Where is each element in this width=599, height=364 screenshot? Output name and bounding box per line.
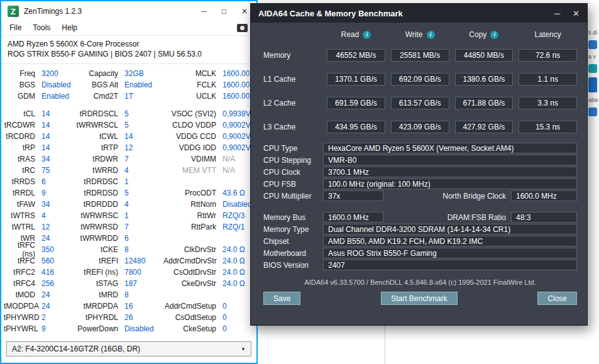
memory-bus-field: 1600.0 MHz [323, 212, 383, 223]
timing-row: RttNom Disabled [163, 199, 256, 210]
info-row: CPU Stepping VMR-B0 [263, 154, 577, 166]
start-benchmark-button[interactable]: Start Benchmark [381, 292, 457, 305]
timing-label: CkeDrvStr [163, 279, 223, 288]
system-info-section: CPU Type HexaCore AMD Ryzen 5 5600X (Ver… [263, 142, 577, 271]
maximize-button[interactable]: □ [222, 7, 226, 16]
benchmark-row-label: L2 Cache [263, 99, 321, 108]
timing-label: RttWr [163, 211, 223, 220]
background-icon-fragment [588, 77, 597, 92]
minimize-button[interactable]: ─ [554, 9, 560, 18]
cpu-name: AMD Ryzen 5 5600X 6-Core Processor [8, 39, 250, 49]
screenshot-icon[interactable] [237, 24, 248, 32]
frequency-grid: Freq 3200 BGS Disabled GDM Enabled [1, 64, 256, 102]
minimize-button[interactable]: ─ [201, 7, 207, 16]
timing-label: tRFC2 [4, 268, 41, 277]
close-button[interactable]: ✕ [573, 9, 580, 18]
timing-row: CsOdtSetup 0 [163, 312, 256, 323]
memory-module-select[interactable]: A2: F4-3200C14-16GTZR (16GB, DR) ▼ [6, 341, 251, 356]
timing-value: 34 [41, 155, 50, 163]
close-button[interactable]: ✕ [241, 7, 248, 16]
zentimings-window: Z ZenTimings 1.2.3 ─ □ ✕ File Tools Help [0, 0, 258, 364]
timing-row: Freq 3200 [4, 68, 74, 79]
timing-value: 9 [41, 324, 46, 333]
timing-label: MEM VTT [163, 166, 223, 175]
background-text-fragment: aba [588, 97, 598, 103]
info-row: Memory Bus 1600.0 MHz DRAM:FSB Ratio 48:… [263, 211, 577, 223]
timing-row: tMRD 8 [74, 289, 163, 301]
timing-value: 43.6 Ω [223, 189, 245, 197]
timing-label: CsOdtSetup [163, 313, 223, 322]
timing-value: 0 [223, 302, 227, 311]
timing-value: 14 [124, 132, 133, 141]
timing-row: tPHYWRD 2 [4, 312, 74, 323]
close-button[interactable]: Close [537, 292, 577, 305]
spacer [263, 202, 577, 211]
timing-value: 8 [124, 245, 129, 254]
info-label: CPU Multiplier [263, 192, 323, 201]
timing-label: UCLK [163, 92, 223, 101]
timing-value: 1 [124, 211, 129, 220]
info-icon[interactable]: i [363, 31, 371, 39]
timing-row: tRP 14 [4, 142, 74, 153]
timing-value: Disabled [223, 200, 252, 209]
timings-column-3: VSOC (SVI2) 0,9938V CLDO VDDP 0,9002V VD… [163, 108, 256, 334]
timing-label: tREFI (ns) [74, 268, 124, 277]
timing-row: tWTRL 12 [4, 221, 74, 233]
timing-row: tRDRDSCL 5 [74, 108, 163, 119]
timing-label: tRFC [4, 256, 41, 265]
background-icon-fragment [588, 40, 597, 49]
zentimings-app-icon: Z [8, 6, 19, 17]
timing-row: AddrCmdDrvStr 24.0 Ω [163, 255, 256, 267]
timing-value: 0,9002V [223, 132, 251, 141]
timing-label: tMODPDA [4, 302, 41, 311]
window-title: ZenTimings 1.2.3 [24, 7, 82, 16]
column-header-label: Write [405, 30, 423, 39]
background-divider [385, 326, 385, 364]
copy-result-field: 671.88 GB/s [455, 97, 514, 109]
timing-label: tWTRS [4, 211, 41, 220]
timing-row: VDDG IOD 0,9002V [163, 142, 256, 153]
north-bridge-clock-field: 1600.0 MHz [511, 190, 577, 201]
info-label: Memory Bus [263, 213, 323, 222]
timing-value: RZQ/3 [223, 211, 245, 220]
capacity-column: Capacity 32GB BGS Alt Enabled Cmd2T 1T [74, 68, 163, 102]
menu-item[interactable]: Tools [27, 22, 56, 33]
read-result-field: 434.95 GB/s [327, 121, 385, 133]
info-label: CPU Clock [263, 168, 323, 177]
bios-version-field: 2407 [323, 260, 577, 270]
timing-value: Enabled [41, 92, 69, 101]
timing-value: 16 [124, 302, 133, 311]
timing-label: tWRRD [74, 166, 124, 175]
info-icon[interactable]: i [427, 31, 435, 39]
timing-label: tRRDL [4, 189, 41, 197]
timing-label: tWRWRSC [74, 211, 124, 220]
timing-label: tRDRDSC [74, 177, 124, 186]
menu-item[interactable]: File [4, 22, 27, 33]
info-label: North Bridge Clock [442, 192, 506, 201]
timing-row: tWRWRSD 7 [74, 221, 163, 233]
info-row: CPU Clock 3700.1 MHz [263, 166, 577, 178]
timing-label: tREFI [74, 256, 124, 265]
info-label: Memory Type [263, 225, 323, 234]
background-text-fragment: ti di [588, 30, 597, 36]
timing-row: VDIMM N/A [163, 153, 256, 165]
timing-value: 24.0 Ω [223, 245, 245, 254]
timing-value: 7 [124, 155, 129, 163]
timing-row: tRRDL 9 [4, 187, 74, 199]
latency-result-field: 3.3 ns [519, 97, 577, 109]
timing-value: 5 [124, 109, 129, 118]
timing-row: tRFC4 256 [4, 278, 74, 289]
benchmark-row-label: L1 Cache [263, 75, 321, 84]
save-button[interactable]: Save [263, 292, 300, 305]
menu-item[interactable]: Help [56, 22, 83, 33]
timing-label: tWRWRSCL [74, 121, 124, 130]
timing-row: tRFC2 416 [4, 267, 74, 278]
timing-label: FCLK [163, 80, 223, 89]
timing-row: tMRDPDA 16 [74, 301, 163, 312]
freq-column: Freq 3200 BGS Disabled GDM Enabled [4, 68, 74, 102]
timing-value: 560 [41, 256, 54, 265]
timing-label: tPHYWRL [4, 324, 41, 333]
timing-row [163, 233, 256, 244]
info-icon[interactable]: i [490, 31, 498, 39]
timing-row: RttWr RZQ/3 [163, 210, 256, 221]
